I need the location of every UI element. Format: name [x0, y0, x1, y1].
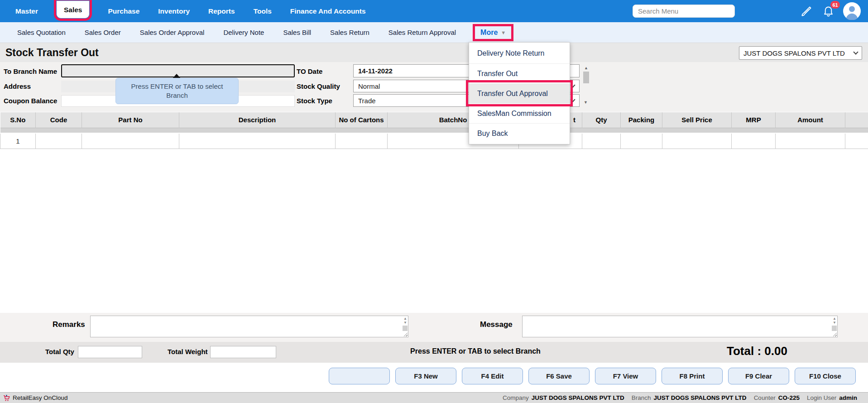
cell-amount[interactable]	[776, 133, 845, 149]
topnav-item-purchase[interactable]: Purchase	[108, 7, 139, 15]
more-dropdown-menu: Delivery Note Return Transfer Out Transf…	[469, 42, 570, 144]
menu-item-transfer-out[interactable]: Transfer Out	[469, 63, 570, 83]
stock-type-value: Trade	[358, 97, 376, 105]
counter-key: Counter	[754, 394, 776, 401]
branch-value: JUST DOGS SPALONS PVT LTD	[654, 394, 747, 401]
form-scrollbar[interactable]: ▲	[583, 66, 590, 95]
remarks-label: Remarks	[53, 320, 85, 329]
topnav-item-tools[interactable]: Tools	[254, 7, 272, 15]
subnav-delivery-note[interactable]: Delivery Note	[223, 29, 264, 36]
cell-qty[interactable]	[582, 133, 621, 149]
scroll-up-icon[interactable]: ▲	[403, 317, 407, 321]
f10-close-button[interactable]: F10 Close	[795, 368, 856, 384]
scrollbar-thumb[interactable]	[403, 326, 408, 331]
stock-quality-label: Stock Quality	[297, 82, 351, 90]
topnav-item-master[interactable]: Master	[15, 7, 38, 15]
company-selector-dropdown[interactable]: JUST DOGS SPALONS PVT LTD	[739, 46, 862, 60]
message-textarea[interactable]	[523, 316, 837, 337]
topnav-item-finance[interactable]: Finance And Accounts	[290, 7, 366, 15]
top-navbar: Master Sales Purchase Inventory Reports …	[0, 0, 868, 22]
total-qty-input[interactable]	[78, 346, 142, 358]
subnav-sales-order-approval[interactable]: Sales Order Approval	[140, 29, 205, 36]
scroll-up-icon[interactable]: ▲	[584, 66, 588, 70]
menu-item-salesman-commission[interactable]: SalesMan Commission	[469, 103, 570, 123]
page-title: Stock Transfer Out	[5, 47, 99, 59]
subnav-sales-return-approval[interactable]: Sales Return Approval	[388, 29, 456, 36]
subnav-sales-quotation[interactable]: Sales Quotation	[17, 29, 66, 36]
blank-button[interactable]	[329, 368, 390, 384]
col-spacer	[845, 112, 868, 128]
notification-count-badge: 61	[830, 1, 840, 9]
textarea-scroll-arrows[interactable]: ▲▼	[833, 317, 836, 325]
branch-select-hint: Press ENTER or TAB to select Branch	[385, 347, 566, 355]
sales-sub-navbar: Sales Quotation Sales Order Sales Order …	[0, 22, 868, 43]
cell-mrp[interactable]	[732, 133, 776, 149]
menu-item-buy-back[interactable]: Buy Back	[469, 123, 570, 143]
cell-sell-price[interactable]	[662, 133, 732, 149]
transfer-form: To Branch Name Address Coupon Balance TO…	[0, 62, 868, 112]
col-amount: Amount	[776, 112, 845, 128]
total-weight-input[interactable]	[210, 346, 276, 358]
cell-code[interactable]	[36, 133, 82, 149]
message-label: Message	[480, 320, 513, 329]
menu-item-transfer-out-approval[interactable]: Transfer Out Approval	[469, 83, 570, 103]
col-sell-price: Sell Price	[662, 112, 732, 128]
menu-item-delivery-note-return[interactable]: Delivery Note Return	[469, 43, 570, 63]
cell-part-no[interactable]	[82, 133, 179, 149]
remarks-band: Remarks ▲▼ Message ▲▼	[0, 313, 868, 342]
scroll-up-icon[interactable]: ▲	[833, 317, 836, 321]
grid-filter-strip	[0, 128, 868, 133]
login-user-key: Login User	[807, 394, 836, 401]
session-info: Company JUST DOGS SPALONS PVT LTD Branch…	[503, 394, 857, 401]
stock-quality-value: Normal	[358, 82, 380, 90]
f4-edit-button[interactable]: F4 Edit	[462, 368, 523, 384]
topnav-item-reports[interactable]: Reports	[208, 7, 235, 15]
total-weight-label: Total Weight	[168, 348, 208, 355]
scroll-down-icon[interactable]: ▼	[833, 321, 836, 325]
app-name: RetailEasy OnCloud	[13, 394, 68, 401]
company-value: JUST DOGS SPALONS PVT LTD	[532, 394, 624, 401]
scroll-down-icon[interactable]: ▼	[584, 100, 588, 105]
subnav-sales-order[interactable]: Sales Order	[85, 29, 121, 36]
cell-spacer	[845, 133, 868, 149]
title-bar: Stock Transfer Out JUST DOGS SPALONS PVT…	[0, 43, 868, 62]
grid-row-1: 1	[0, 133, 868, 149]
f9-clear-button[interactable]: F9 Clear	[728, 368, 789, 384]
company-selector-value: JUST DOGS SPALONS PVT LTD	[743, 49, 845, 57]
message-textarea-wrap: ▲▼	[522, 316, 838, 337]
f7-view-button[interactable]: F7 View	[595, 368, 656, 384]
subnav-sales-return[interactable]: Sales Return	[330, 29, 369, 36]
remarks-textarea[interactable]	[91, 316, 408, 337]
col-part-no: Part No	[82, 112, 179, 128]
more-menu-button[interactable]: More ▼	[475, 26, 511, 39]
tooltip-pointer	[173, 74, 180, 78]
scrollbar-thumb[interactable]	[583, 72, 589, 83]
scroll-down-icon[interactable]: ▼	[403, 321, 407, 325]
cell-no-of-cartons[interactable]	[336, 133, 388, 149]
col-mrp: MRP	[732, 112, 776, 128]
cell-sno[interactable]: 1	[0, 133, 36, 149]
branch-select-tooltip: Press ENTER or TAB to select Branch	[115, 78, 239, 104]
col-qty: Qty	[582, 112, 621, 128]
company-key: Company	[503, 394, 529, 401]
scrollbar-thumb[interactable]	[832, 326, 837, 331]
topnav-item-inventory[interactable]: Inventory	[158, 7, 190, 15]
topnav-item-sales-active[interactable]: Sales	[57, 1, 90, 18]
cell-description[interactable]	[179, 133, 336, 149]
login-user-value: admin	[839, 394, 857, 401]
cell-packing[interactable]	[621, 133, 662, 149]
subnav-sales-bill[interactable]: Sales Bill	[283, 29, 311, 36]
col-code: Code	[36, 112, 82, 128]
f3-new-button[interactable]: F3 New	[395, 368, 456, 384]
user-avatar[interactable]	[843, 2, 861, 20]
search-menu-input[interactable]	[633, 5, 735, 18]
app-branding: RetailEasy OnCloud	[3, 394, 68, 402]
theme-brush-icon[interactable]	[801, 5, 813, 19]
address-label: Address	[4, 82, 61, 90]
stock-type-label: Stock Type	[297, 97, 351, 105]
textarea-scroll-arrows[interactable]: ▲▼	[403, 317, 407, 325]
f6-save-button[interactable]: F6 Save	[528, 368, 590, 384]
f8-print-button[interactable]: F8 Print	[662, 368, 723, 384]
col-packing: Packing	[621, 112, 662, 128]
branch-key: Branch	[632, 394, 651, 401]
